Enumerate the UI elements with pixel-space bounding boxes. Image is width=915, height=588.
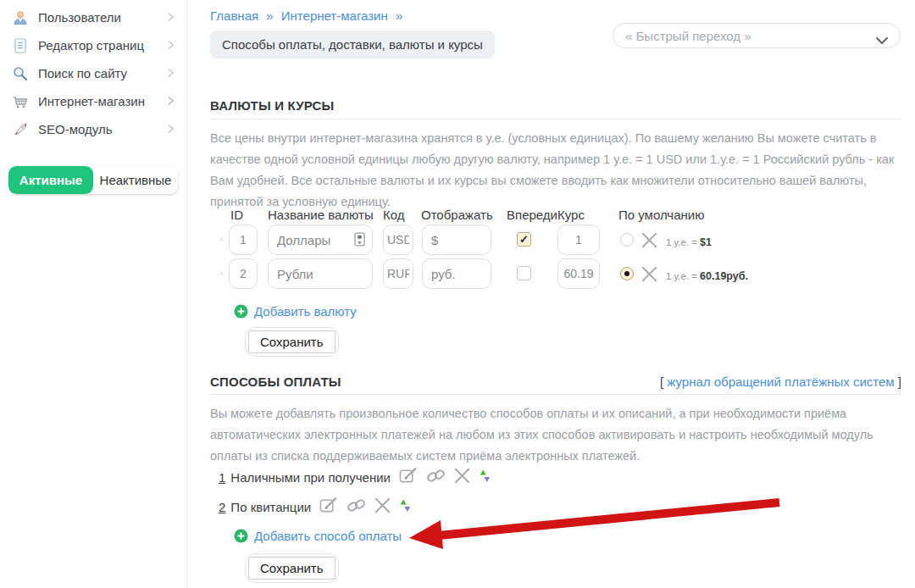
breadcrumb-link-store[interactable]: Интернет-магазин xyxy=(281,8,388,23)
sidebar-item-label: SEO-модуль xyxy=(38,122,113,136)
col-default: По умолчанию xyxy=(618,208,704,222)
breadcrumb-link-home[interactable]: Главная xyxy=(210,8,258,23)
sidebar-item-label: Интернет-магазин xyxy=(38,94,145,108)
sort-icon[interactable] xyxy=(399,498,412,515)
save-currencies-button[interactable]: Сохранить xyxy=(248,330,336,353)
save-button-wrap: Сохранить xyxy=(245,327,339,357)
chevron-right-icon xyxy=(167,39,175,51)
plus-icon xyxy=(234,529,248,543)
red-arrow-annotation xyxy=(398,496,788,553)
edit-icon[interactable] xyxy=(399,467,419,487)
link-icon[interactable] xyxy=(426,467,446,487)
combobox-icon[interactable] xyxy=(354,232,365,250)
front-checkbox[interactable]: ✓ xyxy=(517,266,531,280)
sidebar-item-label: Редактор страниц xyxy=(38,38,144,53)
chevron-down-icon xyxy=(876,32,888,39)
sort-icon[interactable] xyxy=(479,469,491,485)
default-radio[interactable] xyxy=(620,267,634,280)
sidebar: Пользователи Редактор страниц Поиск по с… xyxy=(0,0,187,588)
currency-rate-input[interactable] xyxy=(557,258,600,289)
divider xyxy=(210,119,901,119)
tab-active[interactable]: Активные xyxy=(8,166,93,194)
currencies-section-title: ВАЛЮТЫ И КУРСЫ xyxy=(210,98,335,113)
payment-journal-link[interactable]: журнал обращений платёжных систем xyxy=(667,374,894,389)
delete-icon[interactable] xyxy=(640,231,658,252)
sidebar-item-label: Поиск по сайту xyxy=(38,66,127,80)
tab-inactive[interactable]: Неактивные xyxy=(93,166,178,194)
admin-page: Пользователи Редактор страниц Поиск по с… xyxy=(0,0,915,588)
plus-icon xyxy=(234,304,248,319)
sidebar-item-online-store[interactable]: Интернет-магазин xyxy=(0,87,186,115)
divider xyxy=(210,394,901,395)
default-radio[interactable] xyxy=(620,233,634,247)
search-icon xyxy=(12,65,29,82)
save-button-wrap: Сохранить xyxy=(245,553,339,583)
chevron-right-icon xyxy=(167,95,175,107)
sidebar-item-users[interactable]: Пользователи xyxy=(0,3,186,31)
currency-id-input[interactable] xyxy=(229,225,258,255)
col-display: Отображать xyxy=(421,208,493,222)
col-front: Впереди xyxy=(507,208,557,222)
payment-method-number[interactable]: 1 xyxy=(219,470,225,485)
currency-row: ✓ 1 у.е. = 60.19руб. xyxy=(210,258,901,289)
payment-method-number[interactable]: 2 xyxy=(219,500,225,514)
currency-code-input[interactable] xyxy=(383,258,413,289)
page-icon xyxy=(12,37,29,54)
currency-row: ✓ 1 у.е. = $1 xyxy=(210,225,901,255)
delete-icon[interactable] xyxy=(374,496,391,517)
col-name: Название валюты xyxy=(268,208,374,222)
journal-link-line: [ журнал обращений платёжных систем ] xyxy=(660,374,901,389)
currency-table-header: ID Название валюты Код Отображать Вперед… xyxy=(210,208,901,223)
equiv-label: 1 у.е. = 60.19руб. xyxy=(666,268,748,283)
status-tabs: Активные Неактивные xyxy=(8,166,178,194)
chevron-right-icon xyxy=(167,67,175,79)
chevron-right-icon xyxy=(167,11,175,23)
rocket-icon xyxy=(12,121,29,138)
front-checkbox[interactable]: ✓ xyxy=(517,232,531,247)
cart-icon xyxy=(12,93,29,110)
quick-jump-placeholder: « Быстрый переход » xyxy=(625,29,751,43)
payments-section-title: СПОСОБЫ ОПЛАТЫ xyxy=(210,374,341,389)
payment-method-label: По квитанции xyxy=(230,500,311,514)
equiv-label: 1 у.е. = $1 xyxy=(666,234,712,249)
sidebar-item-page-editor[interactable]: Редактор страниц xyxy=(0,31,186,59)
sidebar-item-site-search[interactable]: Поиск по сайту xyxy=(0,59,186,87)
currency-name-input[interactable] xyxy=(268,258,373,289)
add-currency-label[interactable]: Добавить валюту xyxy=(254,304,357,319)
page-title: Способы оплаты, доставки, валюты и курсы xyxy=(210,31,495,58)
delete-icon[interactable] xyxy=(640,265,658,286)
currency-code-input[interactable] xyxy=(383,225,413,255)
add-payment-method-label[interactable]: Добавить способ оплаты xyxy=(254,529,402,543)
payment-method-item: 2 По квитанции xyxy=(219,496,412,517)
currencies-description: Все цены внутри интернет-магазина хранят… xyxy=(210,128,903,213)
currency-id-input[interactable] xyxy=(229,258,258,289)
add-currency-link[interactable]: Добавить валюту xyxy=(234,304,357,319)
chevron-right-icon xyxy=(167,123,175,135)
payment-method-item: 1 Наличными при получении xyxy=(219,467,491,487)
col-rate: Курс xyxy=(557,208,585,222)
col-code: Код xyxy=(383,208,405,222)
user-icon xyxy=(12,9,29,26)
delete-icon[interactable] xyxy=(453,467,471,487)
breadcrumb: Главная » Интернет-магазин » xyxy=(210,8,407,23)
add-payment-method-link[interactable]: Добавить способ оплаты xyxy=(234,529,402,543)
currency-display-input[interactable] xyxy=(422,225,491,255)
quick-jump-select[interactable]: « Быстрый переход » xyxy=(613,23,901,48)
col-id: ID xyxy=(230,208,243,222)
payments-description: Вы можете добавлять произвольное количес… xyxy=(210,403,903,467)
currency-display-input[interactable] xyxy=(422,258,491,289)
currency-rate-input[interactable] xyxy=(557,225,600,255)
save-payments-button[interactable]: Сохранить xyxy=(248,557,336,580)
link-icon[interactable] xyxy=(347,496,366,517)
sidebar-item-seo-module[interactable]: SEO-модуль xyxy=(0,115,186,143)
breadcrumb-separator: » xyxy=(396,8,402,23)
payment-method-label: Наличными при получении xyxy=(230,470,391,485)
breadcrumb-separator: » xyxy=(266,8,273,23)
sidebar-item-label: Пользователи xyxy=(38,10,121,25)
edit-icon[interactable] xyxy=(319,496,339,517)
